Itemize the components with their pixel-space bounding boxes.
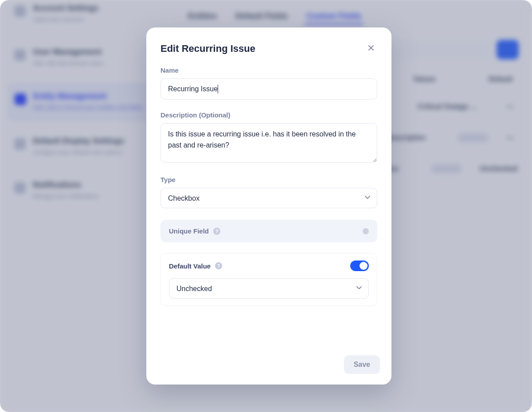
name-input-value: Recurring Issue [168,85,218,93]
type-select[interactable]: Checkbox [160,188,377,208]
save-button[interactable]: Save [344,355,380,374]
close-icon [368,44,375,53]
description-label: Description (Optional) [160,111,377,119]
edit-field-modal: Edit Recurring Issue Name Recurring Issu… [146,27,391,385]
toggle-disabled-indicator [363,228,369,234]
description-textarea[interactable] [160,123,377,163]
modal-title: Edit Recurring Issue [160,43,255,54]
default-value-select[interactable]: Unchecked [169,278,369,299]
type-label: Type [160,176,377,183]
name-label: Name [160,66,377,74]
default-value-label: Default Value [169,262,211,270]
default-value-toggle[interactable] [350,260,369,271]
unique-field-panel: Unique Field ? [160,220,377,242]
name-input[interactable]: Recurring Issue [160,78,377,100]
default-value-panel: Default Value ? Unchecked [160,253,377,306]
close-button[interactable] [365,43,377,55]
toggle-knob [360,262,368,270]
help-icon[interactable]: ? [215,262,222,269]
unique-field-label: Unique Field [169,227,209,235]
text-caret [218,85,218,93]
help-icon[interactable]: ? [213,228,220,235]
